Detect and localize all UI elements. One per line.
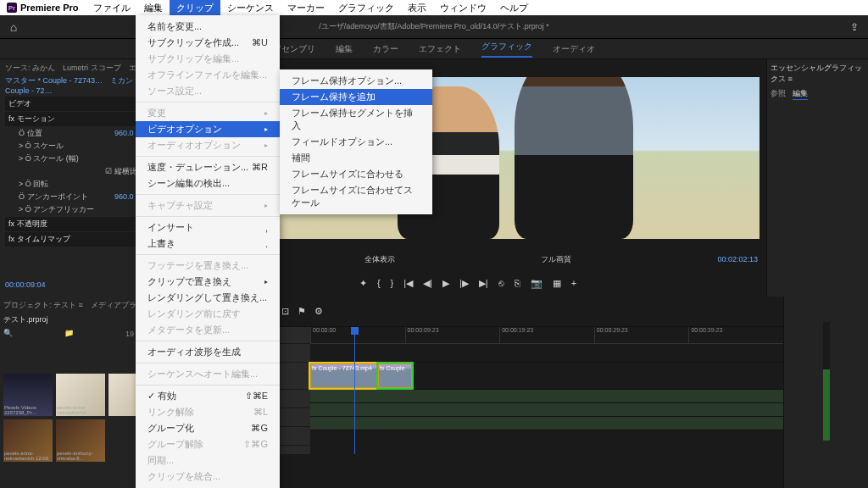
ws-effects[interactable]: エフェクト xyxy=(419,43,461,55)
menu-item[interactable]: シーン編集の検出... xyxy=(136,175,280,191)
menu-item[interactable]: ネスト... xyxy=(136,485,280,488)
bin-icon[interactable]: 📁 xyxy=(64,329,74,340)
eg-title: エッセンシャルグラフィックス ≡ xyxy=(771,63,865,85)
clip-1[interactable]: fx Couple - 72743.mp4 xyxy=(310,363,378,388)
menu-clip[interactable]: クリップ xyxy=(170,0,220,16)
menu-item[interactable]: インサート, xyxy=(136,219,280,236)
menu-item: サブクリップを編集... xyxy=(136,51,280,67)
ws-editing[interactable]: 編集 xyxy=(336,43,353,55)
menu-item: ソース設定... xyxy=(136,83,280,99)
menu-item: 変更 xyxy=(136,105,280,121)
go-in-icon[interactable]: |◀ xyxy=(403,278,413,297)
menu-item: キャプチャ設定 xyxy=(136,197,280,214)
menu-item[interactable]: ビデオオプション xyxy=(136,121,280,137)
playhead[interactable] xyxy=(354,327,355,454)
menu-item[interactable]: グループ化⌘G xyxy=(136,420,280,436)
menu-item: オフラインファイルを編集... xyxy=(136,67,280,83)
menu-item[interactable]: フレームサイズに合わせる xyxy=(280,166,432,182)
extract-icon[interactable]: ⎘ xyxy=(515,278,520,297)
ws-color[interactable]: カラー xyxy=(373,43,398,55)
menu-item[interactable]: フレーム保持セグメントを挿入 xyxy=(280,105,432,134)
app-name: Premiere Pro xyxy=(20,3,78,13)
menu-item[interactable]: 名前を変更... xyxy=(136,19,280,35)
menu-view[interactable]: 表示 xyxy=(401,0,433,16)
menu-item: 同期... xyxy=(136,452,280,469)
fit-dropdown[interactable]: 全体表示 xyxy=(364,254,395,265)
mark-out-icon[interactable]: } xyxy=(391,278,394,297)
app-toolbar: ⌂ /ユーザ/ademoyo/書類/Adobe/Premiere Pro_old… xyxy=(0,15,868,39)
menu-item[interactable]: サブクリップを作成...⌘U xyxy=(136,35,280,51)
audio-meter-panel xyxy=(783,297,868,488)
marker-icon[interactable]: ⚑ xyxy=(298,306,306,317)
menu-item[interactable]: フレームサイズに合わせてスケール xyxy=(280,182,432,211)
search-icon[interactable]: 🔍 xyxy=(3,329,13,340)
media-thumb[interactable]: pexels-anna-nekrashevich 12:08 xyxy=(3,419,53,462)
menu-item[interactable]: フレーム保持オプション... xyxy=(280,73,432,89)
menu-item: メタデータを更新... xyxy=(136,322,280,338)
program-tc-right: 00:02:02:13 xyxy=(717,255,758,263)
step-back-icon[interactable]: ◀| xyxy=(423,278,432,297)
compare-icon[interactable]: ▦ xyxy=(553,278,561,297)
menu-item[interactable]: クリップで置き換え xyxy=(136,274,280,290)
media-thumb[interactable]: pexels-anthony-shkraba-8… xyxy=(56,419,105,462)
menu-item[interactable]: 速度・デュレーション...⌘R xyxy=(136,159,280,175)
essential-graphics-panel: エッセンシャルグラフィックス ≡ 参照編集 xyxy=(766,59,868,297)
menu-item: グループ解除⇧⌘G xyxy=(136,436,280,452)
menu-item[interactable]: 上書き. xyxy=(136,236,280,252)
menu-graphics[interactable]: グラフィック xyxy=(331,0,401,16)
menu-item: シーケンスへオート編集... xyxy=(136,366,280,382)
menu-item: レンダリング前に戻す xyxy=(136,306,280,322)
media-thumb[interactable]: Pexels Videos 2257258_Pr… xyxy=(3,374,53,416)
go-out-icon[interactable]: ▶| xyxy=(479,278,488,297)
settings-icon[interactable]: + xyxy=(571,278,576,297)
quality-dropdown[interactable]: フル画質 xyxy=(541,254,571,265)
settings-icon[interactable]: ⚙ xyxy=(314,306,323,317)
eg-tab-browse[interactable]: 参照 xyxy=(771,88,786,100)
menu-sequence[interactable]: シーケンス xyxy=(220,0,281,16)
lift-icon[interactable]: ⎋ xyxy=(498,278,504,297)
eg-tab-edit[interactable]: 編集 xyxy=(793,88,808,100)
linked-sel-icon[interactable]: ⊡ xyxy=(281,306,289,317)
menu-window[interactable]: ウィンドウ xyxy=(433,0,493,16)
video-options-submenu: フレーム保持オプション...フレーム保持を追加フレーム保持セグメントを挿入フィー… xyxy=(280,69,432,214)
menu-edit[interactable]: 編集 xyxy=(137,0,170,16)
home-icon[interactable]: ⌂ xyxy=(0,20,27,34)
menu-item[interactable]: オーディオ波形を生成 xyxy=(136,344,280,360)
play-icon[interactable]: ▶ xyxy=(442,278,449,297)
menu-item: リンク解除⌘L xyxy=(136,404,280,420)
menu-item: クリップを統合... xyxy=(136,469,280,485)
ws-audio[interactable]: オーディオ xyxy=(553,43,595,55)
menu-item[interactable]: ✓ 有効⇧⌘E xyxy=(136,388,280,404)
media-thumb[interactable]: pexels-anna-nekrashevich… xyxy=(56,374,105,416)
export-frame-icon[interactable]: 📷 xyxy=(531,278,542,297)
menu-item: フッテージを置き換え... xyxy=(136,258,280,274)
share-icon[interactable]: ⇪ xyxy=(841,21,868,33)
menu-file[interactable]: ファイル xyxy=(86,0,137,16)
menu-item[interactable]: レンダリングして置き換え... xyxy=(136,290,280,306)
app-icon: Pr xyxy=(7,3,17,13)
menu-help[interactable]: ヘルプ xyxy=(493,0,535,16)
ws-graphics[interactable]: グラフィック xyxy=(481,41,532,58)
menu-item[interactable]: フレーム保持を追加 xyxy=(280,89,432,105)
menu-item[interactable]: 補間 xyxy=(280,150,432,166)
mark-in-icon[interactable]: { xyxy=(377,278,381,297)
menu-item[interactable]: フィールドオプション... xyxy=(280,134,432,150)
clip-menu-dropdown: 名前を変更...サブクリップを作成...⌘Uサブクリップを編集...オフラインフ… xyxy=(136,15,280,488)
add-marker-icon[interactable]: ✦ xyxy=(359,278,367,297)
time-ruler[interactable]: 00:00:0000:00:09:2300:00:19:2300:00:29:2… xyxy=(310,327,783,344)
audio-meter xyxy=(823,322,830,441)
os-menubar: PrPremiere Pro ファイル 編集 クリップ シーケンス マーカー グ… xyxy=(0,0,868,15)
workspace-bar: アセンブリ 編集 カラー エフェクト グラフィック オーディオ xyxy=(0,39,868,59)
step-fwd-icon[interactable]: |▶ xyxy=(459,278,469,297)
clip-2[interactable]: fx Couple xyxy=(378,363,412,388)
menu-item: オーディオオプション xyxy=(136,137,280,153)
menu-marker[interactable]: マーカー xyxy=(281,0,331,16)
